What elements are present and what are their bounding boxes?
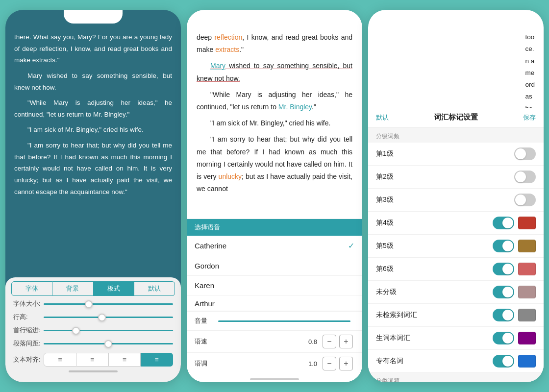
phone1-para2: Mary wished to say something sensible, b… (14, 70, 172, 93)
speed-plus-btn[interactable]: + (339, 335, 353, 348)
volume-track[interactable] (218, 320, 350, 322)
speed-minus-btn[interactable]: − (323, 335, 336, 348)
paragraph-track[interactable] (44, 343, 173, 344)
pitch-plus-btn[interactable]: + (339, 357, 353, 370)
settings-panel: 默认 词汇标记设置 保存 分级词频 第1级 第2级 第3级 第4级 第5级 第 (368, 108, 544, 382)
paragraph-label: 段落间距: (13, 340, 44, 348)
ungraded-color[interactable] (518, 286, 536, 298)
row-level6: 第6级 (368, 258, 544, 281)
pitch-minus-btn[interactable]: − (323, 357, 336, 370)
align-left[interactable]: ≡ (44, 353, 76, 367)
voice-item-arthur[interactable]: Arthur (187, 295, 362, 311)
fontsize-track[interactable] (44, 303, 173, 305)
row-level3: 第3级 (368, 189, 544, 212)
partial-col: too ce. n a me ord as he (525, 31, 535, 108)
level5-color[interactable] (518, 240, 536, 252)
speed-value: 0.8 (308, 338, 317, 345)
tab-font[interactable]: 字体 (11, 281, 52, 296)
volume-row: 音量 (187, 311, 362, 330)
ungraded-toggle[interactable] (493, 286, 514, 298)
lineheight-thumb[interactable] (98, 314, 106, 321)
tab-background[interactable]: 背景 (52, 281, 93, 296)
tab-default[interactable]: 默认 (134, 281, 175, 296)
level6-color[interactable] (518, 263, 536, 275)
tab-layout[interactable]: 板式 (94, 281, 134, 296)
align-row: 文本对齐: ≡ ≡ ≡ ≡ (13, 353, 173, 367)
phone1-reading-content: there. What say you, Mary? For you are a… (5, 10, 181, 277)
word-mary[interactable]: Mary (210, 62, 225, 70)
new-vocab-color[interactable] (518, 332, 536, 344)
align-center[interactable]: ≡ (76, 353, 109, 367)
voice-list: Catherine ✓ Gordon Karen Arthur (187, 236, 362, 311)
not-found-color[interactable] (518, 309, 536, 321)
level4-label: 第4级 (376, 219, 493, 227)
level2-toggle[interactable] (514, 171, 536, 183)
phone3-reading: too ce. n a me ord as he (368, 10, 544, 108)
phone2-para4: "I am sick of Mr. Bingley," cried his wi… (197, 117, 352, 129)
speed-label: 语速 (195, 337, 308, 346)
voice-name-catherine: Catherine (195, 242, 226, 250)
tab-row: 字体 背景 板式 默认 (5, 277, 181, 300)
level2-label: 第2级 (376, 172, 514, 181)
lineheight-track[interactable] (44, 317, 173, 318)
level5-toggle[interactable] (493, 240, 514, 252)
row-level2: 第2级 (368, 166, 544, 189)
home-indicator-2 (250, 378, 299, 380)
word-extracts[interactable]: extracts (215, 46, 239, 53)
fontsize-thumb[interactable] (85, 300, 93, 308)
voice-panel: 选择语音 Catherine ✓ Gordon Karen Arthur 音量 … (187, 219, 362, 382)
word-reflection[interactable]: reflection (214, 33, 242, 41)
phone2-para5: "I am sorry to hear that; but why did yo… (197, 133, 352, 195)
phone2-reading-content: deep reflection, I know, and read great … (187, 10, 362, 219)
align-btns: ≡ ≡ ≡ ≡ (44, 353, 173, 367)
speed-row: 语速 0.8 − + (187, 330, 362, 352)
row-new-vocab: 生词本词汇 (368, 327, 544, 350)
proper-noun-label: 专有名词 (376, 357, 493, 366)
pitch-value: 1.0 (308, 360, 317, 368)
indent-row: 首行缩进: (13, 326, 173, 335)
level1-toggle[interactable] (514, 147, 536, 160)
phone1-para4: "I am sick of Mr. Bingley," cried his wi… (14, 124, 172, 136)
settings-save-btn[interactable]: 保存 (511, 113, 536, 122)
fontsize-row: 字体大小: (13, 300, 173, 308)
phone1: there. What say you, Mary? For you are a… (5, 10, 181, 382)
level3-toggle[interactable] (514, 194, 536, 206)
not-found-toggle[interactable] (493, 309, 514, 321)
settings-back-btn[interactable]: 默认 (376, 113, 400, 122)
ungraded-label: 未分级 (376, 288, 493, 296)
row-proper-noun: 专有名词 (368, 350, 544, 373)
proper-noun-toggle[interactable] (493, 355, 514, 368)
proper-noun-color[interactable] (518, 355, 536, 368)
pitch-row: 语调 1.0 − + (187, 352, 362, 374)
phone1-para5: "I am sorry to hear that; but why did yo… (14, 140, 172, 197)
pitch-label: 语调 (195, 359, 308, 368)
voice-name-arthur: Arthur (195, 299, 215, 308)
phone3: too ce. n a me ord as he 默认 词汇标记设置 保存 分级… (368, 10, 544, 382)
align-right[interactable]: ≡ (109, 353, 141, 367)
section2-divider: 分类词频 (368, 373, 544, 382)
level3-label: 第3级 (376, 196, 514, 204)
voice-item-karen[interactable]: Karen (187, 276, 362, 295)
lineheight-label: 行高: (13, 313, 44, 321)
word-unlucky[interactable]: unlucky (219, 172, 242, 180)
level6-toggle[interactable] (493, 263, 514, 275)
level4-toggle[interactable] (493, 217, 514, 229)
text-before-reflection: deep (197, 33, 214, 41)
home-indicator-1 (69, 370, 118, 372)
para3-text: "While Mary is adjusting her ideas," he … (197, 91, 352, 111)
indent-thumb[interactable] (72, 327, 80, 335)
voice-name-karen: Karen (195, 281, 214, 290)
volume-label: 音量 (195, 317, 214, 325)
level4-color[interactable] (518, 217, 536, 229)
voice-item-catherine[interactable]: Catherine ✓ (187, 236, 362, 256)
new-vocab-toggle[interactable] (493, 332, 514, 344)
paragraph-thumb[interactable] (104, 340, 112, 348)
indent-track[interactable] (44, 330, 173, 331)
voice-item-gordon[interactable]: Gordon (187, 256, 362, 276)
align-label: 文本对齐: (13, 356, 44, 364)
fontsize-label: 字体大小: (13, 300, 44, 308)
word-mr-bingley[interactable]: Mr. Bingley (278, 103, 312, 111)
row-level5: 第5级 (368, 235, 544, 258)
align-justify[interactable]: ≡ (141, 353, 173, 367)
voice-header: 选择语音 (187, 219, 362, 236)
